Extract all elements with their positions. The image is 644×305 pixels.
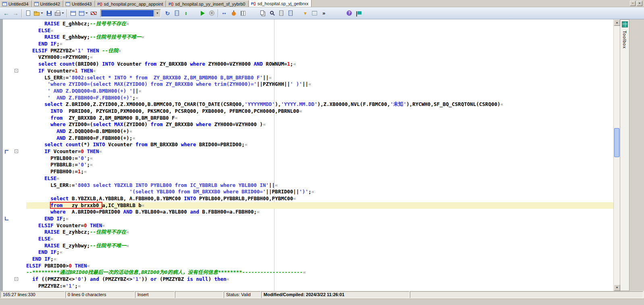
execute-button[interactable] bbox=[198, 9, 207, 18]
break-button[interactable] bbox=[207, 9, 216, 18]
code-token: « bbox=[175, 115, 178, 121]
code-line[interactable]: ELSIF PBRID00>0 THEN« bbox=[3, 263, 613, 270]
code-line[interactable]: ELSIF Vcounter=0 THEN« bbox=[3, 222, 613, 229]
code-token: select bbox=[50, 195, 69, 201]
code-line[interactable]: ELSE« bbox=[3, 236, 613, 243]
code-line[interactable]: - IF Vcounter=1 THEN« bbox=[3, 68, 613, 75]
code-line[interactable]: VZYH000:=PZYHGHH;« bbox=[3, 54, 613, 61]
close-window-button[interactable]: × bbox=[637, 1, 642, 6]
help-button[interactable] bbox=[345, 9, 354, 18]
code-token: « bbox=[126, 21, 129, 27]
code-token: ROWNUM= bbox=[263, 61, 287, 67]
code-line[interactable]: END IF;« bbox=[3, 256, 613, 263]
tab-sd_hospital.sp_yy_insert_sf_yybrb0[interactable]: P()sd_hospital.sp_yy_insert_sf_yybrb0 bbox=[166, 0, 248, 7]
code-line[interactable]: select count(*) INTO Vcounter from BM_BR… bbox=[3, 141, 613, 148]
tab-sd_hospital.proc_app_appoint[interactable]: P()sd_hospital.proc_app_appoint bbox=[96, 0, 166, 7]
code-editor[interactable]: RAISE E_ghhbcz;--挂号号不存在« ELSE« RAISE E_g… bbox=[3, 19, 613, 291]
code-line[interactable]: --*********通过BRID00找最后一次的活动信息,BRID00为0的病… bbox=[3, 269, 613, 276]
code-line[interactable]: END IF;« bbox=[3, 41, 613, 48]
tab-Untitled42[interactable]: Untitled42 bbox=[32, 0, 64, 7]
forward-button[interactable] bbox=[11, 9, 20, 18]
fold-toggle-icon[interactable]: - bbox=[15, 277, 18, 281]
no-connection-icon bbox=[91, 12, 97, 15]
code-line[interactable]: PFBBH00:=1;« bbox=[3, 168, 613, 175]
code-token: END bbox=[38, 249, 48, 255]
chevron-down-icon[interactable]: ▼ bbox=[154, 10, 160, 17]
code-line[interactable]: ' AND Z.FBBH00=F.FBBH00(+)';« bbox=[3, 95, 613, 102]
code-line[interactable]: ELSE« bbox=[3, 175, 613, 182]
vertical-scrollbar[interactable]: ▲ ▼ bbox=[613, 19, 620, 291]
code-line[interactable]: 'where ZYID00=(select MAX(ZYID00) from Z… bbox=[3, 81, 613, 88]
toolbox-panel-tab[interactable]: Toolbox bbox=[620, 19, 629, 291]
code-token: PMZZYBZ:= bbox=[26, 283, 66, 289]
code-line[interactable]: LS_ERR:='8002:select * INTO * from ZY_BR… bbox=[3, 75, 613, 81]
code-line[interactable]: RAISE E_ghhbcz;--挂号号不存在« bbox=[3, 21, 613, 27]
code-line[interactable]: AND Z.DQBQ00=B.BMBH00(+)« bbox=[3, 128, 613, 135]
connection-select[interactable]: ▼ bbox=[100, 9, 161, 17]
code-line[interactable]: PMZZYBZ:='1';« bbox=[3, 283, 613, 290]
window-list-button[interactable] bbox=[78, 9, 89, 18]
code-line[interactable]: from ZY_BRXXB0 Z,BM_BMBM00 B,BM_BRFBB0 F… bbox=[3, 115, 613, 122]
search-button[interactable] bbox=[267, 9, 276, 18]
code-token bbox=[26, 81, 48, 87]
print-button[interactable] bbox=[54, 9, 65, 18]
copy-button[interactable] bbox=[258, 9, 267, 18]
sql-window-button[interactable] bbox=[69, 9, 78, 18]
code-token: ; bbox=[81, 168, 84, 174]
tab-Untitled43[interactable]: Untitled43 bbox=[64, 0, 95, 7]
code-line[interactable]: select B.YBZXLB,A.YBBRLB, A.FBBH00,B.YBM… bbox=[3, 195, 613, 202]
tab-Untitled34[interactable]: Untitled34 bbox=[0, 0, 32, 7]
code-line[interactable]: END IF;« bbox=[3, 249, 613, 256]
more-commands-button[interactable] bbox=[319, 9, 328, 18]
code-line[interactable]: END IF;« bbox=[3, 216, 613, 222]
open-file-button[interactable] bbox=[33, 9, 44, 18]
code-line[interactable]: '(select YBLB00 from BM_BRXXB0 where BRI… bbox=[3, 189, 613, 195]
tab-label: Untitled43 bbox=[72, 2, 92, 6]
code-line[interactable]: RAISE E_zyhbcz;--住院号不存在« bbox=[3, 229, 613, 236]
fold-toggle-icon[interactable]: - bbox=[15, 69, 18, 73]
save-button[interactable] bbox=[44, 9, 54, 18]
sql-window-icon bbox=[66, 2, 70, 6]
window-list-icon bbox=[79, 11, 84, 16]
scroll-down-button[interactable]: ▼ bbox=[614, 284, 620, 291]
beautifier-button[interactable] bbox=[354, 9, 363, 18]
explain-button[interactable] bbox=[286, 9, 295, 18]
new-file-button[interactable] bbox=[23, 9, 33, 18]
code-line[interactable]: PYBBRLB:='0';« bbox=[3, 162, 613, 168]
fetch-all-button[interactable] bbox=[310, 9, 319, 18]
code-token bbox=[26, 195, 50, 201]
code-line[interactable]: select Z.BRID00,Z.ZYID00,Z.XM0000,B.BMMC… bbox=[3, 101, 613, 108]
code-line[interactable]: ' AND Z.DQBQ00=B.BMBH00(+) '||« bbox=[3, 88, 613, 95]
tab-sd_hospital.sp_yj_getbrxx[interactable]: P()sd_hospital.sp_yj_getbrxx bbox=[249, 0, 312, 7]
sql-sheet-button[interactable] bbox=[172, 9, 181, 18]
code-line[interactable]: - IF Vcounter=0 THEN« bbox=[3, 148, 613, 155]
back-button[interactable] bbox=[2, 9, 11, 18]
current-code-line[interactable]: from zy_brxxb0 a,IC_YBBRLB b« bbox=[3, 202, 613, 209]
code-line[interactable]: ELSIF PMZZYBZ='1' THEN --住院« bbox=[3, 48, 613, 54]
columns-button[interactable] bbox=[238, 9, 247, 18]
restore-window-button[interactable]: ▫ bbox=[630, 1, 636, 6]
code-line[interactable]: RAISE E_zyhbwy;--住院号不唯一« bbox=[3, 243, 613, 249]
open-file-icon bbox=[34, 12, 39, 16]
abort-button[interactable] bbox=[229, 9, 238, 18]
scroll-thumb[interactable] bbox=[614, 128, 619, 157]
code-token: « bbox=[99, 148, 102, 154]
fetch-next-button[interactable] bbox=[301, 9, 310, 18]
code-line[interactable]: select count(BRID00) INTO Vcounter from … bbox=[3, 61, 613, 68]
code-line[interactable]: AND Z.FBBH00=F.FBBH00(+);« bbox=[3, 135, 613, 142]
scroll-up-button[interactable]: ▲ bbox=[614, 19, 620, 26]
code-line[interactable]: ELSE« bbox=[3, 27, 613, 34]
code-line[interactable]: where ZYID00=(select MAX(ZYID00) from ZY… bbox=[3, 121, 613, 128]
describe-button[interactable] bbox=[276, 9, 286, 18]
code-line[interactable]: RAISE E_ghhbwy;--住院号挂号号不唯一« bbox=[3, 34, 613, 41]
code-line[interactable]: where A.BRID00=PBRID00 AND B.YBLB00=a.YB… bbox=[3, 209, 613, 216]
code-line[interactable]: LS_ERR:='8003 select YBZXLB INTO PYBLB00… bbox=[3, 182, 613, 189]
code-line[interactable]: INTO PBRID00, PZYGHID,PXM0000, PKSMC00, … bbox=[3, 108, 613, 115]
auto-refresh-button[interactable] bbox=[181, 9, 191, 18]
code-line[interactable]: PYBLB00:='0';« bbox=[3, 155, 613, 162]
no-connection-button[interactable] bbox=[89, 9, 98, 18]
code-line[interactable]: - if ((PMZZYBZ<>'0') and (PMZZYBZ<>'1'))… bbox=[3, 276, 613, 283]
refresh-button[interactable] bbox=[163, 9, 172, 18]
breakpoint-button[interactable] bbox=[220, 9, 229, 18]
fold-toggle-icon[interactable]: - bbox=[15, 149, 18, 153]
